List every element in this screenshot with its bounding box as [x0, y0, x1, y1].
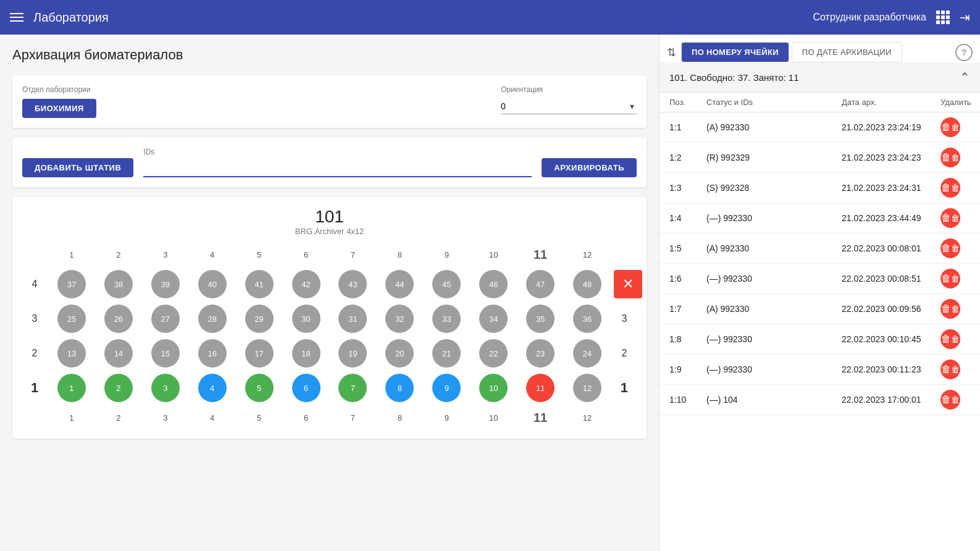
rack-circle-2-5[interactable]: 17 — [245, 339, 274, 368]
rack-circle-4-9[interactable]: 45 — [432, 270, 461, 298]
rack-circle-2-11[interactable]: 23 — [526, 339, 555, 368]
menu-icon[interactable] — [10, 13, 23, 22]
rack-circle-4-5[interactable]: 41 — [245, 270, 274, 298]
rack-circle-1-10[interactable]: 10 — [479, 374, 508, 402]
delete-button[interactable]: 🗑 — [940, 178, 960, 198]
rack-close-cell: ✕ — [612, 268, 644, 300]
collapse-button[interactable]: ⌃ — [960, 70, 970, 85]
rack-cell-2-12: 24 — [565, 337, 609, 369]
rack-circle-1-5[interactable]: 5 — [245, 374, 274, 402]
rack-cell-4-8: 44 — [377, 268, 422, 300]
row-date: 22.02.2023 00:08:01 — [842, 243, 940, 253]
rack-circle-3-9[interactable]: 33 — [432, 305, 461, 333]
rack-circle-2-4[interactable]: 16 — [198, 339, 227, 368]
rack-circle-3-10[interactable]: 34 — [479, 305, 508, 333]
rack-cell-2-4: 16 — [190, 337, 235, 369]
rack-circle-1-2[interactable]: 2 — [104, 374, 133, 402]
rack-circle-3-7[interactable]: 31 — [338, 305, 367, 333]
rack-close-button[interactable]: ✕ — [614, 270, 642, 298]
delete-button[interactable]: 🗑 — [940, 299, 960, 319]
delete-button[interactable]: 🗑 — [940, 329, 960, 349]
rack-circle-3-1[interactable]: 25 — [57, 305, 86, 333]
rack-row-label-right-2: 2 — [612, 337, 637, 369]
rack-circle-3-12[interactable]: 36 — [573, 305, 601, 333]
rack-circle-2-2[interactable]: 14 — [104, 339, 133, 368]
rack-cell-1-2: 2 — [96, 372, 141, 404]
rack-cell-4-3: 39 — [143, 268, 188, 300]
delete-button[interactable]: 🗑 — [940, 269, 960, 288]
rack-circle-4-2[interactable]: 38 — [104, 270, 133, 298]
rack-col-header-10: 10 — [471, 243, 516, 266]
row-pos: 1:8 — [669, 334, 706, 344]
rack-circle-1-1[interactable]: 1 — [57, 374, 86, 402]
delete-button[interactable]: 🗑 — [940, 208, 960, 228]
tab-by-date[interactable]: ПО ДАТЕ АРХИВАЦИИ — [792, 42, 902, 62]
rack-circle-1-11[interactable]: 11 — [526, 374, 555, 402]
rack-circle-1-9[interactable]: 9 — [432, 374, 461, 402]
rack-circle-2-9[interactable]: 21 — [432, 339, 461, 368]
table-header: Поз. Статус и IDs Дата арх. Удалить — [660, 93, 980, 112]
delete-button[interactable]: 🗑 — [940, 238, 960, 258]
rack-circle-1-6[interactable]: 6 — [292, 374, 320, 402]
rack-circle-4-10[interactable]: 46 — [479, 270, 508, 298]
delete-button[interactable]: 🗑 — [940, 148, 960, 167]
rack-circle-3-4[interactable]: 28 — [198, 305, 227, 333]
rack-circle-4-6[interactable]: 42 — [292, 270, 320, 298]
delete-button[interactable]: 🗑 — [940, 390, 960, 410]
orientation-select[interactable]: 0 90 180 270 — [501, 99, 637, 114]
rack-circle-1-3[interactable]: 3 — [151, 374, 180, 402]
rack-circle-4-11[interactable]: 47 — [526, 270, 555, 298]
rack-circle-3-2[interactable]: 26 — [104, 305, 133, 333]
tab-by-cell[interactable]: ПО НОМЕРУ ЯЧЕЙКИ — [681, 42, 789, 62]
rack-cell-3-12: 36 — [565, 303, 609, 335]
sort-icon[interactable]: ⇅ — [667, 46, 676, 59]
rack-circle-2-12[interactable]: 24 — [573, 339, 601, 368]
rack-circle-3-8[interactable]: 32 — [385, 305, 414, 333]
rack-circle-4-1[interactable]: 37 — [57, 270, 86, 298]
rack-circle-4-8[interactable]: 44 — [385, 270, 414, 298]
rack-cell-4-5: 41 — [237, 268, 282, 300]
rack-circle-2-1[interactable]: 13 — [57, 339, 86, 368]
rack-circle-2-10[interactable]: 22 — [479, 339, 508, 368]
exit-icon[interactable]: ⇥ — [960, 10, 970, 25]
department-button[interactable]: БИОХИМИЯ — [22, 99, 96, 118]
rack-circle-3-3[interactable]: 27 — [151, 305, 180, 333]
rack-circle-3-6[interactable]: 30 — [292, 305, 320, 333]
left-panel: Архивация биоматериалов Отдел лаборатори… — [0, 35, 659, 551]
rack-cell-1-7: 7 — [330, 372, 375, 404]
delete-button[interactable]: 🗑 — [940, 360, 960, 379]
department-label: Отдел лаборатории — [22, 85, 481, 94]
rack-col-header-3: 3 — [143, 243, 188, 266]
ids-field: IDs — [143, 148, 532, 177]
rack-circle-4-12[interactable]: 48 — [573, 270, 601, 298]
help-button[interactable]: ? — [955, 44, 973, 61]
rack-circle-2-8[interactable]: 20 — [385, 339, 414, 368]
ids-input[interactable] — [143, 161, 532, 177]
rack-circle-1-12[interactable]: 12 — [573, 374, 601, 402]
rack-row-label-right-3: 3 — [612, 303, 637, 335]
rack-circle-3-11[interactable]: 35 — [526, 305, 555, 333]
rack-cell-3-6: 30 — [284, 303, 329, 335]
rack-circle-1-7[interactable]: 7 — [338, 374, 367, 402]
rack-circle-1-4[interactable]: 4 — [198, 374, 227, 402]
records-table: 1:1 (A) 992330 21.02.2023 23:24:19 🗑 1:2… — [660, 112, 980, 551]
rack-circle-2-7[interactable]: 19 — [338, 339, 367, 368]
archive-button[interactable]: АРХИВИРОВАТЬ — [542, 158, 637, 177]
rack-cell-4-2: 38 — [96, 268, 141, 300]
rack-row-label-left-1: 1 — [22, 372, 47, 404]
rack-bottom-col-7: 7 — [330, 406, 375, 429]
rack-circle-4-7[interactable]: 43 — [338, 270, 367, 298]
rack-circle-3-5[interactable]: 29 — [245, 305, 274, 333]
rack-col-header-8: 8 — [377, 243, 422, 266]
rack-cell-4-9: 45 — [424, 268, 469, 300]
rack-circle-2-3[interactable]: 15 — [151, 339, 180, 368]
add-rack-button[interactable]: ДОБАВИТЬ ШТАТИВ — [22, 158, 133, 177]
rack-circle-1-8[interactable]: 8 — [385, 374, 414, 402]
apps-icon[interactable] — [936, 11, 950, 24]
delete-button[interactable]: 🗑 — [940, 117, 960, 137]
rack-circle-2-6[interactable]: 18 — [292, 339, 320, 368]
rack-circle-4-4[interactable]: 40 — [198, 270, 227, 298]
rack-circle-4-3[interactable]: 39 — [151, 270, 180, 298]
table-row: 1:5 (A) 992330 22.02.2023 00:08:01 🗑 — [660, 233, 980, 264]
table-row: 1:4 (—) 992330 21.02.2023 23:44:49 🗑 — [660, 203, 980, 233]
